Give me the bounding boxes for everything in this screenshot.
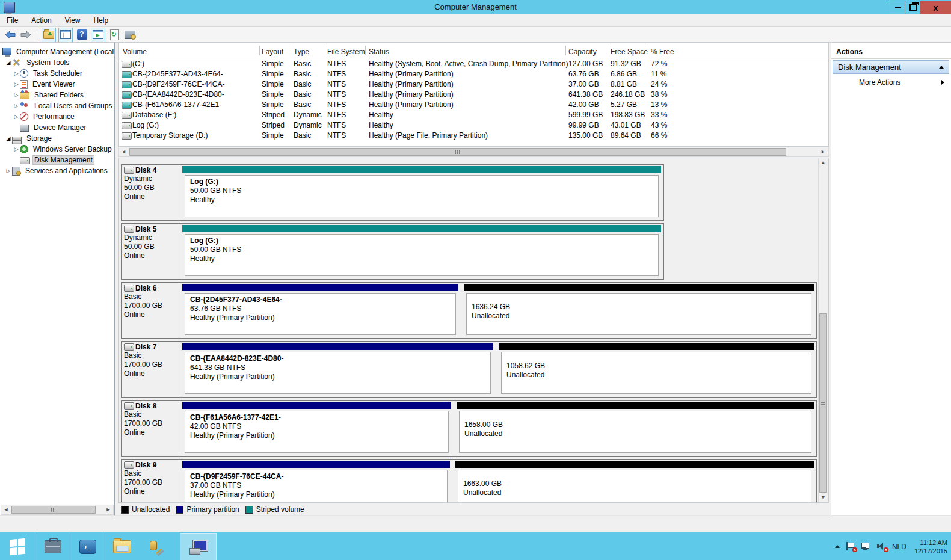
- tree-item-disk-management[interactable]: Disk Management: [0, 155, 134, 165]
- volume-row-log[interactable]: Log (G:) Striped Dynamic NTFS Healthy 99…: [119, 120, 828, 131]
- tree-item-device-manager[interactable]: Device Manager: [0, 122, 134, 133]
- disk-6-label[interactable]: Disk 6 Basic 1700.00 GB Online: [122, 283, 179, 338]
- show-hidden-icons-button[interactable]: [835, 545, 840, 548]
- tree-item-task-scheduler[interactable]: ▷ Task Scheduler: [0, 68, 126, 79]
- partition-cb-f61a56a6[interactable]: CB-{F61A56A6-1377-42E1- 42.00 GB NTFS He…: [181, 401, 452, 456]
- disk-7-label[interactable]: Disk 7 Basic 1700.00 GB Online: [122, 342, 179, 397]
- taskbar-admin-tools[interactable]: [140, 533, 173, 560]
- volume-row-temporary-storage[interactable]: Temporary Storage (D:) Simple Basic NTFS…: [119, 131, 828, 141]
- collapse-icon[interactable]: ◢: [5, 60, 12, 66]
- back-button[interactable]: [4, 28, 17, 42]
- scroll-right-arrow[interactable]: ►: [103, 505, 113, 514]
- expand-icon[interactable]: ▷: [13, 114, 20, 120]
- refresh-button[interactable]: [108, 28, 121, 42]
- scrollbar-thumb[interactable]: [11, 506, 96, 514]
- column-divider[interactable]: [648, 46, 648, 55]
- more-actions-item[interactable]: More Actions: [833, 76, 949, 88]
- tree-item-windows-server-backup[interactable]: ▷ Windows Server Backup: [0, 144, 126, 155]
- col-header-type[interactable]: Type: [294, 48, 309, 56]
- col-header-status[interactable]: Status: [369, 48, 389, 56]
- column-divider[interactable]: [289, 46, 289, 55]
- help-button[interactable]: ?: [75, 28, 88, 42]
- tree-item-computer-management[interactable]: Computer Management (Local: [0, 46, 116, 57]
- partition-unallocated[interactable]: 1663.00 GB Unallocated: [454, 460, 815, 503]
- tree-item-event-viewer[interactable]: ▷ Event Viewer: [0, 79, 126, 90]
- col-header-freespace[interactable]: Free Space: [611, 48, 648, 56]
- action-center-icon[interactable]: x: [845, 542, 855, 551]
- col-header-filesystem[interactable]: File System: [327, 48, 365, 56]
- volume-list-horizontal-scrollbar[interactable]: ◄ ►: [118, 147, 829, 157]
- collapse-icon[interactable]: ◢: [5, 135, 12, 141]
- disk-8-label[interactable]: Disk 8 Basic 1700.00 GB Online: [122, 401, 179, 456]
- expand-icon[interactable]: ▷: [13, 81, 20, 87]
- partition-cb-d9f2459f[interactable]: CB-{D9F2459F-76CE-44CA- 37.00 GB NTFS He…: [181, 460, 451, 503]
- expand-icon[interactable]: ▷: [13, 103, 20, 109]
- volume-row-database[interactable]: Database (F:) Striped Dynamic NTFS Healt…: [119, 110, 828, 120]
- partition-log-g[interactable]: Log (G:) 50.00 GB NTFS Healthy: [181, 165, 662, 220]
- column-divider[interactable]: [608, 46, 608, 55]
- expand-icon[interactable]: ▷: [5, 168, 12, 174]
- close-button[interactable]: x: [920, 1, 951, 14]
- partition-unallocated[interactable]: 1636.24 GB Unallocated: [463, 283, 815, 338]
- taskbar-clock[interactable]: 11:12 AM 12/17/2015: [912, 538, 947, 555]
- disk-9-label[interactable]: Disk 9 Basic 1700.00 GB Online: [122, 460, 179, 503]
- collapse-group-icon[interactable]: [939, 66, 944, 69]
- disk-4-label[interactable]: Disk 4 Dynamic 50.00 GB Online: [122, 165, 179, 220]
- menu-help[interactable]: Help: [87, 15, 115, 26]
- menu-view[interactable]: View: [58, 15, 87, 26]
- network-icon[interactable]: [861, 542, 871, 551]
- col-header-pctfree[interactable]: % Free: [651, 48, 674, 56]
- col-header-capacity[interactable]: Capacity: [568, 48, 597, 56]
- tree-item-services-applications[interactable]: ▷ Services and Applications: [0, 165, 118, 176]
- volume-row-cb2[interactable]: CB-{D9F2459F-76CE-44CA- Simple Basic NTF…: [119, 79, 828, 90]
- scroll-down-arrow[interactable]: ▼: [819, 493, 828, 502]
- scroll-left-arrow[interactable]: ◄: [119, 147, 128, 156]
- expand-icon[interactable]: ▷: [13, 146, 20, 152]
- tree-horizontal-scrollbar[interactable]: ◄ ►: [1, 505, 114, 515]
- column-divider[interactable]: [365, 46, 366, 55]
- taskbar-powershell[interactable]: ›_: [70, 533, 105, 560]
- restore-button[interactable]: [905, 1, 921, 14]
- tree-item-shared-folders[interactable]: ▷ Shared Folders: [0, 90, 126, 100]
- col-header-volume[interactable]: Volume: [123, 48, 147, 56]
- column-divider[interactable]: [565, 46, 566, 55]
- volume-row-c[interactable]: (C:) Simple Basic NTFS Healthy (System, …: [119, 59, 828, 69]
- scroll-left-arrow[interactable]: ◄: [1, 505, 11, 514]
- tree-item-system-tools[interactable]: ◢ System Tools: [0, 57, 118, 68]
- disk-tasks-button[interactable]: [123, 28, 137, 42]
- volume-row-cb1[interactable]: CB-{2D45F377-AD43-4E64- Simple Basic NTF…: [119, 69, 828, 79]
- taskbar-computer-management[interactable]: [180, 533, 217, 560]
- show-action-pane-button[interactable]: [91, 28, 105, 42]
- tree-item-local-users-groups[interactable]: ▷ Local Users and Groups: [0, 100, 126, 111]
- minimize-button[interactable]: [890, 1, 906, 14]
- expand-icon[interactable]: ▷: [13, 70, 20, 76]
- disk-5-label[interactable]: Disk 5 Dynamic 50.00 GB Online: [122, 224, 179, 279]
- keyboard-language-indicator[interactable]: NLD: [892, 543, 906, 551]
- volume-row-cb4[interactable]: CB-{F61A56A6-1377-42E1- Simple Basic NTF…: [119, 100, 828, 110]
- menu-file[interactable]: File: [0, 15, 25, 26]
- partition-unallocated[interactable]: 1658.00 GB Unallocated: [455, 401, 815, 456]
- disk-view-vertical-scrollbar[interactable]: ▲ ▼: [818, 158, 828, 502]
- expand-icon[interactable]: ▷: [13, 92, 20, 98]
- partition-cb-2d45f377[interactable]: CB-{2D45F377-AD43-4E64- 63.76 GB NTFS He…: [181, 283, 460, 338]
- partition-log-g[interactable]: Log (G:) 50.00 GB NTFS Healthy: [181, 224, 662, 279]
- tree-item-storage[interactable]: ◢ Storage: [0, 133, 118, 144]
- col-header-layout[interactable]: Layout: [262, 48, 283, 56]
- show-console-tree-button[interactable]: [42, 28, 56, 42]
- column-divider[interactable]: [259, 46, 260, 55]
- taskbar-server-manager[interactable]: [35, 533, 70, 560]
- volume-muted-icon[interactable]: x: [876, 542, 887, 551]
- column-divider[interactable]: [324, 46, 324, 55]
- volume-row-cb3[interactable]: CB-{EAA8442D-823E-4D80- Simple Basic NTF…: [119, 90, 828, 100]
- scroll-up-arrow[interactable]: ▲: [819, 158, 828, 167]
- actions-group-disk-management[interactable]: Disk Management: [833, 60, 949, 74]
- start-button[interactable]: [0, 533, 35, 560]
- console-window-button[interactable]: [58, 28, 73, 42]
- taskbar-file-explorer[interactable]: [105, 533, 139, 560]
- scrollbar-thumb[interactable]: [129, 148, 786, 156]
- scroll-right-arrow[interactable]: ►: [819, 147, 828, 156]
- menu-action[interactable]: Action: [25, 15, 58, 26]
- forward-button[interactable]: [19, 28, 32, 42]
- partition-unallocated[interactable]: 1058.62 GB Unallocated: [497, 342, 815, 397]
- tree-item-performance[interactable]: ▷ Performance: [0, 111, 126, 122]
